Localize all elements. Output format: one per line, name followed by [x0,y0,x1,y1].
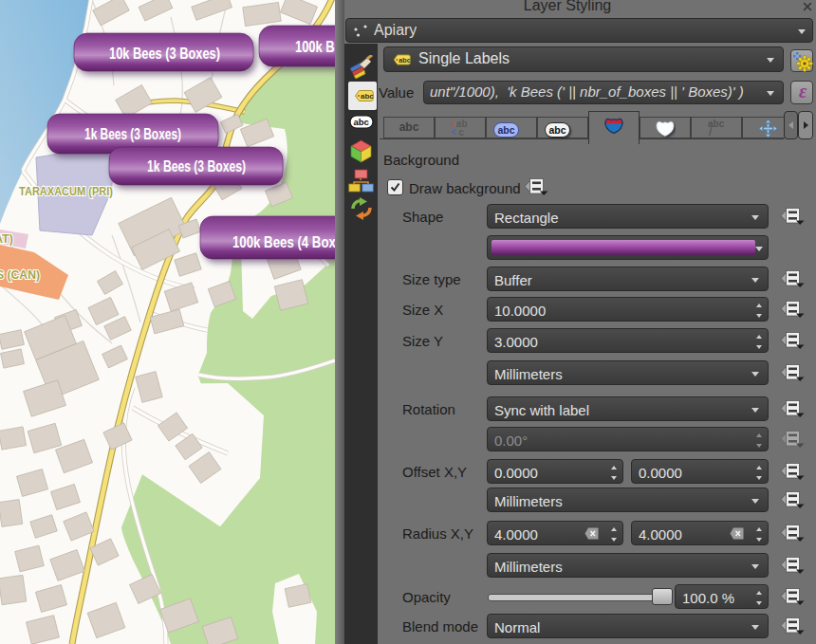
svg-text:TARAXACUM (PRI): TARAXACUM (PRI) [19,185,113,198]
svg-text:abc: abc [399,56,411,64]
svg-text:AT): AT) [0,232,13,246]
svg-text:1k Bees (3 Boxes): 1k Bees (3 Boxes) [147,157,246,175]
svg-text:100k Bees (3 Boxes): 100k Bees (3 Boxes) [295,38,335,55]
svg-text:1k Bees (3 Boxes): 1k Bees (3 Boxes) [84,125,181,142]
svg-text:abc: abc [354,117,369,127]
svg-text:100k Bees (4 Boxes): 100k Bees (4 Boxes) [232,233,335,250]
svg-text:10k Bees (3 Boxes): 10k Bees (3 Boxes) [109,45,220,62]
svg-text:S (CAN): S (CAN) [0,268,40,282]
svg-text:abc: abc [361,92,374,101]
